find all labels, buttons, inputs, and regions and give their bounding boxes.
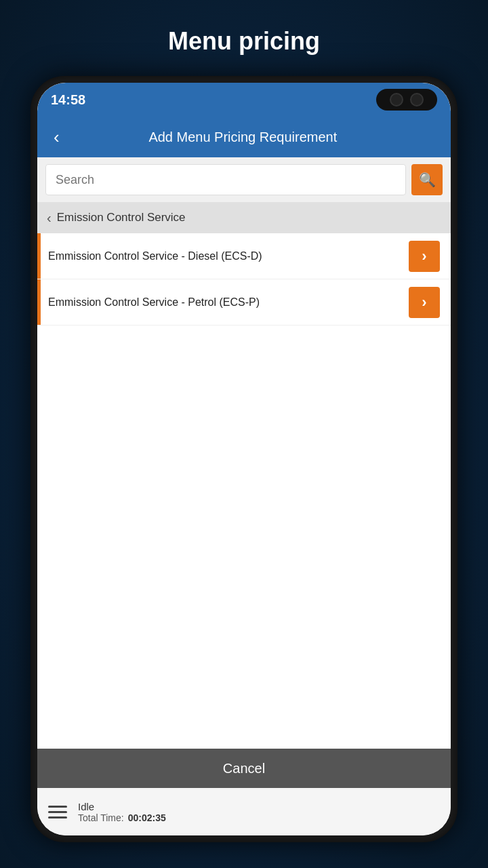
breadcrumb-text: Emission Control Service <box>57 211 186 224</box>
breadcrumb-bar[interactable]: ‹ Emission Control Service <box>37 202 451 233</box>
app-header: ‹ Add Menu Pricing Requirement <box>37 117 451 157</box>
list-item[interactable]: Emmission Control Service - Diesel (ECS-… <box>37 233 451 279</box>
list-item-arrow-2: › <box>409 287 440 318</box>
list-container: Emmission Control Service - Diesel (ECS-… <box>37 233 451 749</box>
chevron-right-icon: › <box>422 294 426 311</box>
list-item-label: Emmission Control Service - Diesel (ECS-… <box>48 250 402 262</box>
bottom-bar: Idle Total Time: 00:02:35 <box>37 788 451 835</box>
camera-lens-right <box>410 93 424 106</box>
hamburger-line <box>48 806 67 808</box>
chevron-right-icon: › <box>422 248 426 265</box>
status-bar: 14:58 <box>37 83 451 117</box>
list-item-label: Emmission Control Service - Petrol (ECS-… <box>48 296 402 309</box>
camera-bump <box>376 89 437 111</box>
cancel-button[interactable]: Cancel <box>37 749 451 788</box>
total-time-label: Total Time: <box>78 812 124 823</box>
total-time-value: 00:02:35 <box>128 812 166 823</box>
search-icon: 🔍 <box>419 172 436 188</box>
phone-frame: 14:58 ‹ Add Menu Pricing Requirement 🔍 ‹… <box>30 76 458 842</box>
list-item-arrow-1: › <box>409 241 440 272</box>
list-item[interactable]: Emmission Control Service - Petrol (ECS-… <box>37 279 451 326</box>
time-row: Total Time: 00:02:35 <box>78 812 166 823</box>
bottom-info: Idle Total Time: 00:02:35 <box>78 801 166 823</box>
hamburger-line <box>48 811 67 813</box>
status-label: Idle <box>78 801 166 812</box>
search-container: 🔍 <box>37 157 451 202</box>
hamburger-line <box>48 816 67 818</box>
breadcrumb-back-icon: ‹ <box>47 210 52 226</box>
cancel-label: Cancel <box>223 761 265 776</box>
camera-lens-left <box>390 93 403 106</box>
back-button[interactable]: ‹ <box>48 124 65 151</box>
search-button[interactable]: 🔍 <box>411 164 443 195</box>
phone-screen: 14:58 ‹ Add Menu Pricing Requirement 🔍 ‹… <box>37 83 451 835</box>
header-title: Add Menu Pricing Requirement <box>73 130 413 145</box>
search-input[interactable] <box>45 164 406 195</box>
page-title: Menu pricing <box>168 27 320 56</box>
status-time: 14:58 <box>51 92 85 108</box>
hamburger-menu[interactable] <box>48 806 67 818</box>
